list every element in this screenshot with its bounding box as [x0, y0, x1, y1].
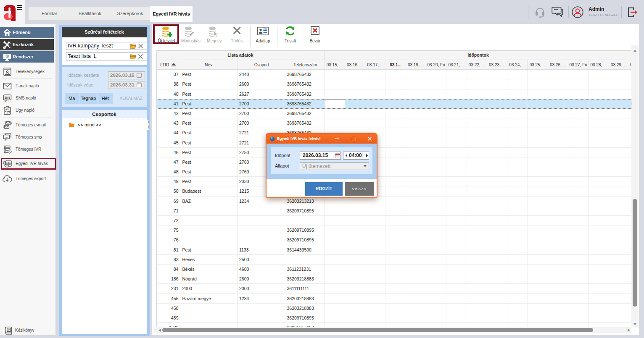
svg-text:...: ... [5, 136, 8, 138]
svg-text:SMS: SMS [4, 96, 11, 99]
